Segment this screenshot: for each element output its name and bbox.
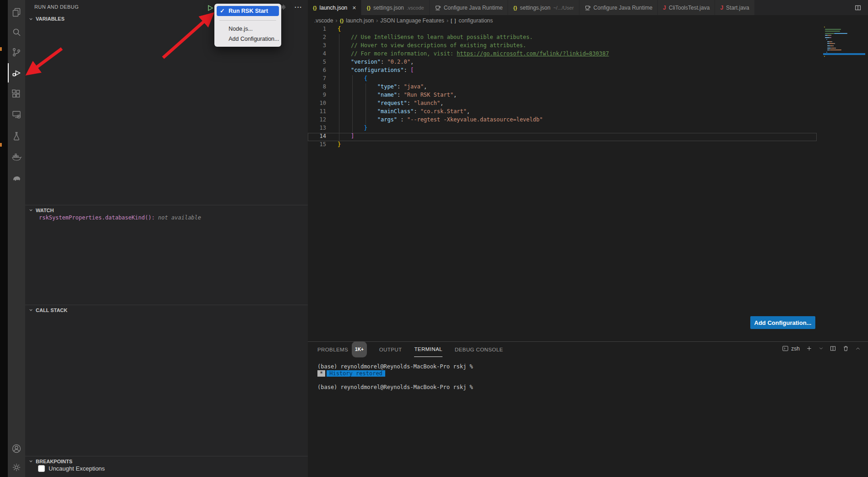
tab-label: Configure Java Runtime	[594, 5, 653, 11]
breakpoint-row: Uncaught Exceptions	[38, 465, 105, 472]
minimap-line	[834, 33, 847, 34]
terminal-output[interactable]: (base) reynoldmorel@Reynolds-MacBook-Pro…	[308, 357, 868, 391]
kill-terminal-icon[interactable]	[842, 345, 849, 352]
editor-tab[interactable]: JCliToolsTest.java	[658, 0, 715, 15]
menu-item-label: Node.js...	[229, 26, 253, 32]
code-line[interactable]: 7 {	[308, 75, 817, 83]
breadcrumb[interactable]: .vscode›{}launch.json›JSON Language Feat…	[308, 15, 868, 26]
terminal-line: (base) reynoldmorel@Reynolds-MacBook-Pro…	[317, 363, 868, 370]
more-actions-icon[interactable]: ···	[295, 5, 302, 10]
chevron-down-icon[interactable]	[819, 346, 824, 351]
editor-tab[interactable]: JStart.java	[715, 0, 754, 15]
panel-tab-label: TERMINAL	[414, 342, 442, 356]
code-line[interactable]: 13 }	[308, 125, 817, 133]
line-number: 10	[308, 100, 326, 108]
breadcrumb-item[interactable]: .vscode	[314, 17, 333, 24]
code-line[interactable]: 10 "request": "launch",	[308, 100, 817, 108]
menu-item[interactable]: Add Configuration...	[217, 34, 279, 44]
testing-icon[interactable]	[8, 126, 25, 146]
code-line[interactable]: 8 "type": "java",	[308, 83, 817, 92]
settings-gear-icon[interactable]	[8, 458, 25, 477]
code-line[interactable]: 4 // For more information, visit: https:…	[308, 50, 817, 59]
chevron-right-icon: ›	[335, 17, 337, 24]
section-watch[interactable]: WATCH	[25, 205, 308, 215]
editor-tab[interactable]: Configure Java Runtime	[430, 0, 508, 15]
array-symbol-icon: [ ]	[451, 18, 456, 23]
minimap-line	[831, 48, 835, 49]
watch-expression-row[interactable]: rskSystemProperties.databaseKind(): not …	[39, 214, 201, 221]
search-icon[interactable]	[8, 22, 25, 42]
run-and-debug-icon[interactable]	[8, 63, 25, 82]
code-line[interactable]: 6 "configurations": [	[308, 67, 817, 75]
menu-item[interactable]: ✓Run RSK Start	[217, 6, 279, 16]
menu-item-label: Run RSK Start	[229, 8, 268, 14]
minimap-line	[827, 48, 830, 49]
editor-tab[interactable]: {}settings.json.vscode	[361, 0, 429, 15]
breadcrumb-item[interactable]: JSON Language Features	[380, 17, 444, 24]
code-line[interactable]: 14 ]	[308, 133, 817, 141]
chevron-right-icon: ›	[447, 17, 448, 24]
panel-tab[interactable]: TERMINAL	[414, 342, 442, 357]
indent-guide	[352, 75, 353, 133]
docker-icon[interactable]	[8, 147, 25, 166]
minimap[interactable]	[823, 27, 865, 82]
line-number: 12	[308, 116, 326, 125]
code-editor[interactable]: 1{2 // Use IntelliSense to learn about p…	[308, 26, 868, 341]
gradle-icon[interactable]	[8, 168, 25, 187]
section-breakpoints[interactable]: BREAKPOINTS	[25, 456, 308, 466]
close-icon[interactable]: ×	[352, 5, 356, 11]
minimap-line	[825, 37, 830, 38]
code-line[interactable]: 15}	[308, 141, 817, 149]
panel-tab[interactable]: OUTPUT	[379, 342, 402, 357]
section-call-stack[interactable]: CALL STACK	[25, 305, 308, 315]
panel-tab[interactable]: PROBLEMS1K+	[317, 342, 367, 357]
menu-item-label: Add Configuration...	[229, 36, 279, 42]
line-number: 8	[308, 83, 326, 92]
minimap-line	[826, 39, 827, 40]
breadcrumb-item[interactable]: configurations	[459, 17, 493, 24]
add-configuration-button[interactable]: Add Configuration...	[750, 316, 815, 329]
editor-tabs: {}launch.json×{}settings.json.vscodeConf…	[308, 0, 755, 15]
terminal-shell-selector[interactable]: zsh	[782, 345, 800, 352]
maximize-panel-icon[interactable]	[855, 346, 861, 351]
history-star: *	[317, 370, 325, 377]
java-runtime-icon	[584, 5, 591, 11]
tab-label: settings.json	[373, 5, 404, 11]
line-number: 5	[308, 59, 326, 67]
editor-group: {}launch.json×{}settings.json.vscodeConf…	[308, 0, 868, 341]
tab-label: settings.json	[520, 5, 551, 11]
panel-tab-label: PROBLEMS	[317, 342, 348, 357]
json-file-icon: {}	[513, 5, 517, 11]
split-terminal-icon[interactable]	[830, 345, 836, 352]
minimap-line	[824, 56, 825, 57]
breadcrumb-item[interactable]: launch.json	[346, 17, 374, 24]
minimap-line	[831, 41, 832, 42]
section-label: WATCH	[36, 208, 54, 213]
code-line[interactable]: 12 "args" : "--regtest -Xkeyvalue.dataso…	[308, 116, 817, 125]
new-terminal-icon[interactable]	[806, 345, 813, 352]
extensions-icon[interactable]	[8, 84, 25, 104]
editor-tab[interactable]: {}launch.json×	[308, 0, 361, 15]
code-line[interactable]: 5 "version": "0.2.0",	[308, 59, 817, 67]
editor-tab[interactable]: Configure Java Runtime	[579, 0, 658, 15]
source-control-icon[interactable]	[8, 43, 25, 62]
editor-tab[interactable]: {}settings.json~/.../User	[508, 0, 579, 15]
code-line[interactable]: 1{	[308, 26, 817, 34]
code-line[interactable]: 2 // Use IntelliSense to learn about pos…	[308, 34, 817, 42]
debug-start-button[interactable]	[206, 4, 214, 14]
desktop-edge	[0, 0, 8, 477]
line-content: "name": "Run RSK Start",	[338, 92, 457, 100]
code-line[interactable]: 3 // Hover to view descriptions of exist…	[308, 42, 817, 50]
menu-item[interactable]: Node.js...	[217, 24, 279, 34]
split-editor-icon[interactable]	[854, 4, 862, 11]
remote-explorer-icon[interactable]	[8, 105, 25, 124]
account-icon[interactable]	[8, 439, 25, 458]
line-number: 6	[308, 67, 326, 75]
line-content: "type": "java",	[338, 83, 427, 92]
panel-tab[interactable]: DEBUG CONSOLE	[455, 342, 503, 357]
minimap-line	[833, 45, 834, 46]
code-line[interactable]: 11 "mainClass": "co.rsk.Start",	[308, 108, 817, 116]
explorer-icon[interactable]	[8, 3, 25, 22]
breakpoint-checkbox[interactable]	[38, 465, 45, 472]
code-line[interactable]: 9 "name": "Run RSK Start",	[308, 92, 817, 100]
